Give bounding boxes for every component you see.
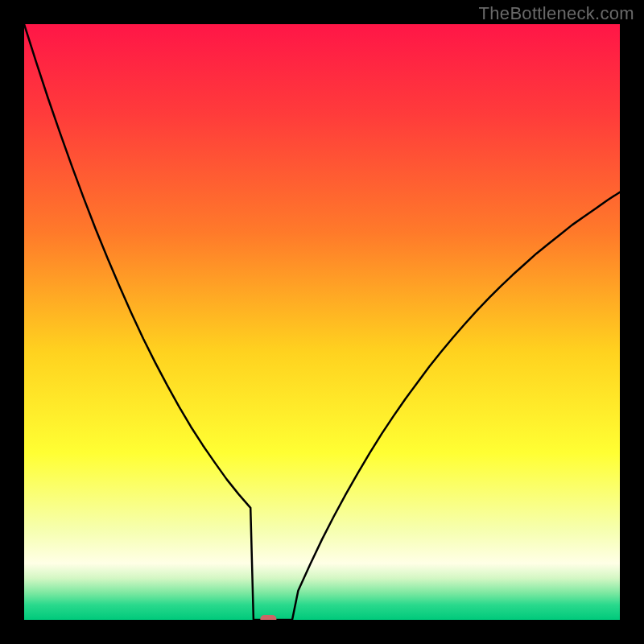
chart-frame: TheBottleneck.com (0, 0, 644, 644)
gradient-background (24, 24, 620, 620)
plot-area (24, 24, 620, 620)
watermark-text: TheBottleneck.com (479, 3, 634, 24)
optimal-point-marker (260, 615, 276, 620)
bottleneck-chart (24, 24, 620, 620)
